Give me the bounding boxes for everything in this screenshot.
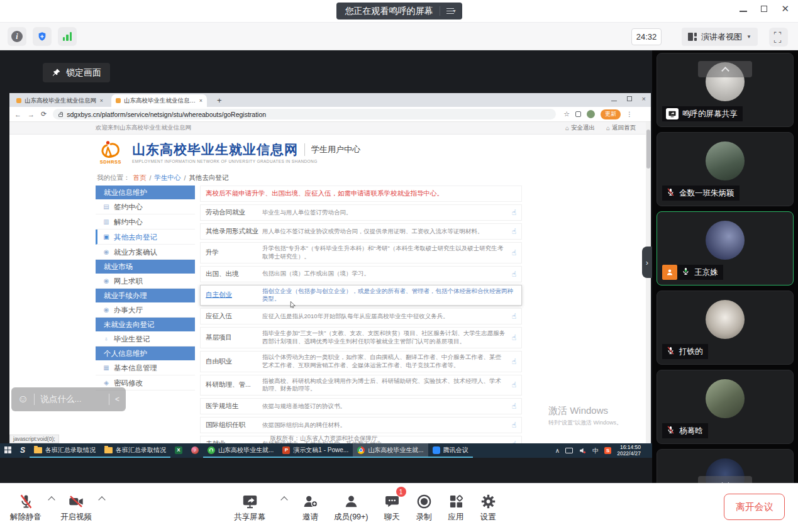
collapse-icon[interactable]: < [115, 395, 119, 404]
sidebar-item-毕业生登记[interactable]: ♁毕业生登记 [96, 331, 195, 346]
taskbar-app-演示文稿1 - Powe...[interactable]: P演示文稿1 - Powe... [278, 443, 353, 458]
back-icon[interactable]: ← [14, 111, 21, 118]
tab-close-icon[interactable]: × [199, 97, 202, 104]
banner-menu-button[interactable]: ▾ [446, 8, 455, 14]
apply-hand-icon[interactable]: ☝ [512, 248, 516, 257]
tray-ime-indicator[interactable]: 中 [592, 446, 599, 455]
close-button[interactable]: ✕ [781, 4, 789, 13]
minimize-button[interactable] [740, 11, 747, 12]
sidebar-item-基本信息管理[interactable]: ▦基本信息管理 [96, 360, 195, 375]
whereabouts-row-国际组织任职[interactable]: 国际组织任职依据国际组织出具的聘任材料。☝ [200, 417, 522, 433]
participant-tile-打铁的[interactable]: 打铁的 [657, 291, 794, 365]
toolbar-unmute-button[interactable]: 解除静音 [10, 491, 42, 523]
apply-hand-icon[interactable]: ☝ [512, 402, 516, 411]
security-button[interactable] [33, 27, 52, 46]
apply-hand-icon[interactable]: ☝ [512, 333, 516, 342]
apply-hand-icon[interactable]: ☝ [512, 227, 516, 236]
toolbar-settings-button[interactable]: 设置 [480, 491, 497, 523]
whereabouts-row-劳动合同就业[interactable]: 劳动合同就业毕业生与用人单位签订劳动合同。☝ [200, 204, 522, 221]
bookmark-star-icon[interactable]: ☆ [563, 110, 570, 118]
browser-close-button[interactable]: × [642, 95, 646, 103]
apply-hand-icon[interactable]: ☝ [512, 312, 516, 321]
emoji-icon[interactable]: ☺ [18, 393, 28, 406]
scrollbar-thumb[interactable] [646, 130, 650, 169]
sidebar-expand-handle[interactable]: › [642, 247, 652, 278]
meeting-info-button[interactable]: i [8, 27, 26, 46]
logout-link[interactable]: ⌂安全退出 [565, 124, 595, 132]
apply-hand-icon[interactable]: ☝ [512, 270, 516, 279]
apply-hand-icon[interactable]: ☝ [512, 421, 516, 429]
participant-tile-金数一班朱炳颖[interactable]: 金数一班朱炳颖 [657, 132, 794, 206]
toolbar-members-button[interactable]: 成员(99+) [334, 491, 369, 523]
apply-hand-icon[interactable]: ☝ [512, 357, 516, 366]
leave-meeting-button[interactable]: 离开会议 [724, 494, 785, 520]
lock-screen-button[interactable]: 锁定画面 [43, 63, 110, 82]
taskbar-app-excel-icon[interactable]: X [170, 443, 187, 458]
toolbar-invite-button[interactable]: 邀请 [302, 491, 319, 523]
row-label[interactable]: 自主创业 [206, 291, 262, 299]
fullscreen-button[interactable]: ⌜⌝⌞⌟ [769, 28, 788, 47]
sidebar-item-就业方案确认[interactable]: ◉就业方案确认 [96, 245, 195, 260]
search-app-button[interactable]: S [16, 443, 30, 458]
browser-tab-active[interactable]: 山东高校毕业生就业信息网-学… × [111, 94, 207, 107]
participant-tile-王京姝[interactable]: 王京姝 [657, 211, 794, 285]
participant-tile-鸣呼的屏幕共享[interactable]: 鸣呼的屏幕共享 [657, 53, 794, 127]
sidebar-item-办事大厅[interactable]: ◉办事大厅 [96, 302, 195, 318]
toolbar-record-button[interactable]: 录制 [416, 491, 433, 523]
sogou-input-icon[interactable]: S [604, 447, 611, 454]
browser-menu-icon[interactable]: ⋮ [626, 111, 633, 118]
forward-icon[interactable]: → [28, 111, 35, 118]
extensions-icon[interactable] [575, 111, 581, 117]
tray-clock[interactable]: 16:14:50 2022/4/27 [617, 445, 641, 457]
toolbar-share-screen-button[interactable]: 共享屏幕 [234, 491, 265, 523]
chevron-up-icon[interactable] [280, 496, 287, 503]
chevron-up-icon[interactable] [48, 496, 55, 503]
network-status-button[interactable] [58, 27, 77, 46]
whereabouts-row-科研助理、管...[interactable]: 科研助理、管...指被高校、科研机构或企业聘用作为博士后、科研辅助研究、实验技术… [200, 375, 522, 396]
whereabouts-row-自由职业[interactable]: 自由职业指以个体劳动为主的一类职业，如作家、自由撰稿人、翻译工作者、中介服务工作… [200, 351, 522, 372]
browser-profile-avatar[interactable] [587, 110, 595, 118]
browser-scrollbar[interactable] [646, 122, 651, 443]
toolbar-chat-button[interactable]: 1聊天 [384, 491, 401, 523]
taskbar-app-各班汇总录取情况[interactable]: 各班汇总录取情况 [30, 443, 100, 458]
start-button[interactable] [0, 443, 16, 458]
taskbar-app-山东高校毕业生就...[interactable]: 山东高校毕业生就... [353, 443, 428, 458]
whereabouts-row-其他录用形式就业[interactable]: 其他录用形式就业用人单位不签订就业协议或劳动合同，仅提供录用证明、工资收入流水等… [200, 223, 522, 240]
scroll-up-button[interactable] [698, 61, 752, 77]
chevron-up-icon[interactable] [98, 496, 105, 503]
apply-hand-icon[interactable]: ☝ [512, 208, 516, 217]
sidebar-item-网上求职[interactable]: ◉网上求职 [96, 274, 195, 289]
chat-quick-input[interactable]: ☺ 说点什么... < [11, 387, 126, 411]
whereabouts-row-基层项目[interactable]: 基层项目指毕业生参加“三支一扶”（支教、支农、支医和扶贫）项目、社区服务计划、大… [200, 327, 522, 348]
tray-volume-muted-icon[interactable] [579, 446, 587, 455]
breadcrumb-home[interactable]: 首页 [133, 174, 147, 182]
whereabouts-row-医学规培生[interactable]: 医学规培生依据与规培基地签订的协议书。☝ [200, 398, 522, 414]
browser-update-button[interactable]: 更新 [601, 109, 621, 119]
new-tab-button[interactable]: + [217, 96, 222, 105]
sidebar-item-签约中心[interactable]: ▤签约中心 [96, 199, 195, 214]
browser-tab[interactable]: 山东高校毕业生就业信息网 × [12, 94, 108, 107]
whereabouts-row-升学[interactable]: 升学升学包括“专升本”（专科毕业生升本科）和“考研”（本科生考取硕士研究生以及硕… [200, 242, 522, 263]
browser-maximize-button[interactable] [627, 96, 632, 101]
whereabouts-row-应征入伍[interactable]: 应征入伍应征入伍是指从2010年开始部队每年从应届高校毕业生中征收义务兵。☝ [200, 308, 522, 324]
breadcrumb-student-center[interactable]: 学生中心 [154, 174, 180, 182]
taskbar-app-腾讯会议[interactable]: 腾讯会议 [428, 443, 473, 458]
toolbar-apps-button[interactable]: 应用 [448, 491, 465, 523]
taskbar-app-music-icon[interactable]: ♪ [187, 443, 203, 458]
apply-hand-icon[interactable]: ☝ [512, 380, 516, 389]
tab-close-icon[interactable]: × [100, 97, 103, 104]
refresh-icon[interactable]: ⟳ [41, 110, 47, 118]
sidebar-item-其他去向登记[interactable]: ▣其他去向登记 [96, 230, 195, 245]
whereabouts-row-出国、出境[interactable]: 出国、出境包括出国（境）工作或出国（境）学习。☝ [200, 266, 522, 282]
whereabouts-row-自主创业[interactable]: 自主创业指创立企业（包括参与创立企业），或是企业的所有者、管理者，包括个体经营和… [200, 285, 522, 306]
toolbar-start-video-button[interactable]: 开启视频 [60, 491, 92, 523]
tray-display-icon[interactable] [565, 448, 573, 453]
participant-tile-杨蓦晗[interactable]: 杨蓦晗 [657, 370, 794, 444]
maximize-button[interactable] [761, 6, 767, 12]
sidebar-item-解约中心[interactable]: ▥解约中心 [96, 214, 195, 230]
taskbar-app-各班汇总录取情况[interactable]: 各班汇总录取情况 [100, 443, 170, 458]
scroll-down-button[interactable] [698, 476, 752, 483]
view-mode-button[interactable]: 演讲者视图 ▼ [682, 28, 758, 46]
home-link[interactable]: ⌂返回首页 [606, 124, 636, 132]
url-input[interactable]: sdgxbys.cn/platform/service/netsign/stu/… [53, 109, 556, 119]
